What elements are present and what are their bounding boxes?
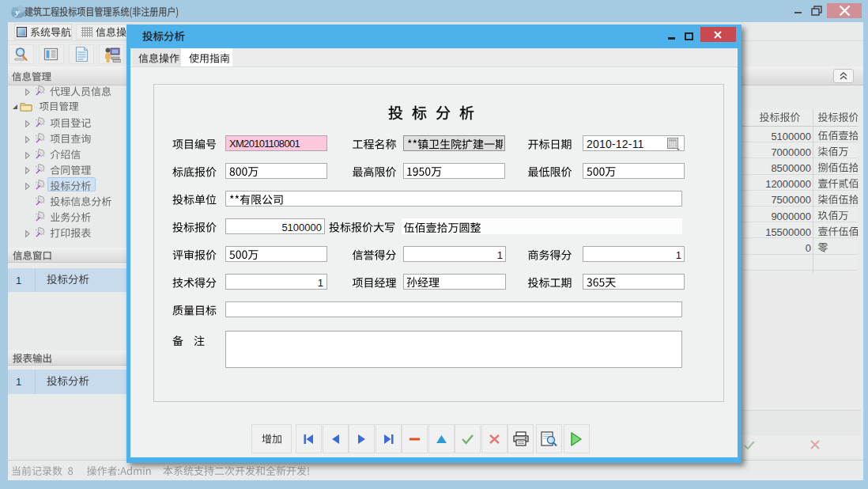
svg-text:y: y	[14, 7, 20, 17]
